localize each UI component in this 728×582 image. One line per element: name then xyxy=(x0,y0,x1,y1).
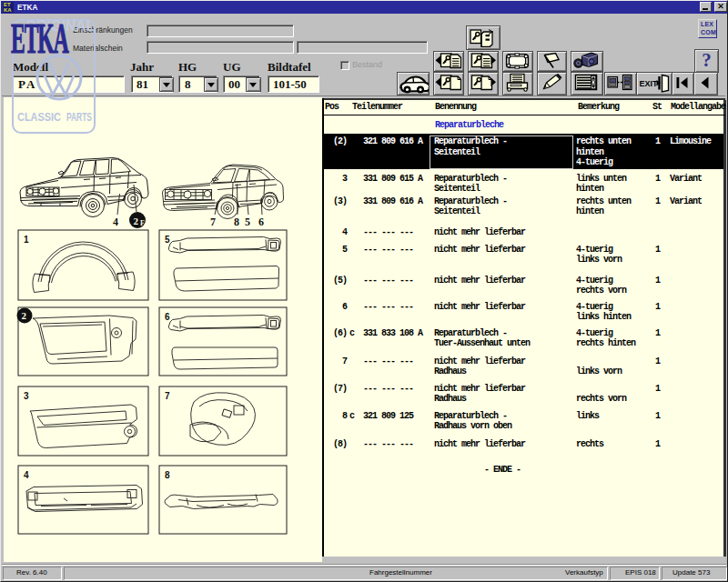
svg-text:5: 5 xyxy=(245,216,250,228)
svg-text:6: 6 xyxy=(258,216,264,228)
svg-text:3: 3 xyxy=(24,391,29,401)
svg-text:2: 2 xyxy=(22,310,27,321)
svg-text:2: 2 xyxy=(134,216,139,226)
svg-text:5: 5 xyxy=(165,235,170,245)
svg-text:6: 6 xyxy=(165,312,170,322)
svg-text:1: 1 xyxy=(24,235,29,245)
svg-text:4: 4 xyxy=(24,470,29,480)
svg-text:7: 7 xyxy=(210,216,216,228)
svg-text:F: F xyxy=(140,219,145,227)
svg-text:8: 8 xyxy=(234,216,239,228)
svg-text:7: 7 xyxy=(165,391,170,401)
svg-text:8: 8 xyxy=(165,470,170,480)
svg-text:4: 4 xyxy=(113,216,118,228)
